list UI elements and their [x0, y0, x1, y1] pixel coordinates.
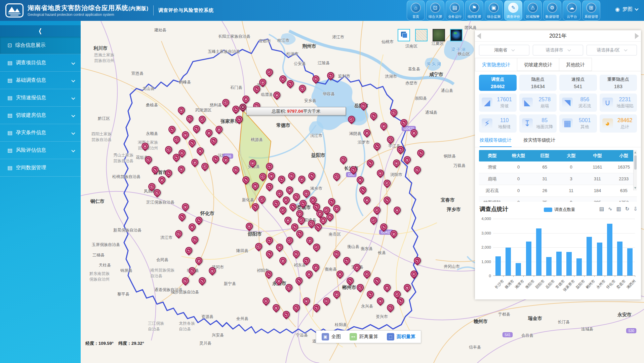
type-card-地面沉降[interactable]: ↧85地面沉降 — [519, 114, 557, 133]
type-card-地裂缝[interactable]: ⚡110地裂缝 — [479, 114, 517, 133]
type-card-其他[interactable]: ▦5001其他 — [559, 114, 597, 133]
hazard-glyph-icon: ⊂ — [200, 117, 205, 122]
nav-数据管理[interactable]: ⚙数据管理 — [543, 0, 561, 21]
hazard-glyph-icon: ∿ — [415, 258, 420, 263]
sidebar-item-基础调查信息[interactable]: ▤基础调查信息 — [0, 72, 81, 89]
tab-切坡建房统计[interactable]: 切坡建房统计 — [517, 58, 559, 71]
hazard-glyph-icon: ∿ — [300, 201, 306, 206]
summary-card-重要隐患点[interactable]: 重要隐患点183 — [600, 75, 637, 91]
globe-layer-button[interactable] — [450, 29, 462, 41]
map-tool-全图[interactable]: ▣全图 — [322, 333, 341, 340]
sidebar-item-综合信息展示[interactable]: ⊡综合信息展示 — [0, 37, 81, 54]
table-row[interactable]: 滑坡0650116116375 — [479, 161, 637, 173]
map-tool-距离量算[interactable]: ⊷距离量算 — [350, 333, 378, 340]
chart-bar[interactable] — [617, 242, 622, 276]
line-chart-icon[interactable]: ∿ — [608, 206, 612, 212]
table-cell: 1752 — [611, 197, 637, 202]
sidebar-item-空间数据管理[interactable]: ▤空间数据管理 — [0, 159, 81, 177]
fissure-icon: ⚡ — [482, 118, 492, 129]
username[interactable]: 梦图 — [622, 6, 633, 12]
subtab-按规模等级统计[interactable]: 按规模等级统计 — [480, 137, 512, 147]
chart-toolbar: ▤ ∿ ▥ ↻ ⇩ — [599, 206, 638, 212]
chart-bar[interactable] — [526, 242, 531, 276]
map-label: 长阳土家族自治县 — [218, 34, 250, 39]
nav-label: 指挥支撑 — [468, 14, 481, 19]
map-label: 江夏区 — [432, 41, 444, 46]
type-card-滑坡[interactable]: ◢17601滑坡 — [479, 94, 517, 112]
data-view-icon[interactable]: ▤ — [599, 206, 604, 212]
sidebar-item-风险评估信息[interactable]: ▤风险评估信息 — [0, 142, 81, 159]
nav-首页[interactable]: ⌂首页 — [407, 0, 425, 21]
county-select[interactable]: 请选择县/区 — [587, 45, 637, 56]
tab-灾害隐患统计[interactable]: 灾害隐患统计 — [475, 58, 517, 71]
nav-综合监测[interactable]: ▣综合监测 — [485, 0, 503, 21]
type-card-崩塌[interactable]: ◣2578崩塌 — [519, 94, 557, 112]
map-label: 南岳区 — [329, 231, 341, 237]
user-chevron-down-icon[interactable] — [635, 7, 638, 10]
nav-调查评价[interactable]: ✎调查评价 — [504, 0, 522, 21]
map-tool-面积量算[interactable]: ⬚面积量算 — [387, 333, 415, 340]
nav-区域预警[interactable]: ⚠区域预警 — [524, 0, 542, 21]
type-card-泥石流[interactable]: ◥856泥石流 — [559, 94, 597, 112]
type-card-地面塌陷[interactable]: ∪2231地面塌陷 — [600, 94, 637, 112]
map-label: 玉屏侗族自治县 — [92, 242, 120, 248]
hazard-glyph-icon: ∪ — [277, 245, 282, 250]
select-value: 湖南省 — [494, 47, 507, 53]
nav-指挥支撑[interactable]: ⚑指挥支撑 — [465, 0, 483, 21]
chart-bar[interactable] — [495, 256, 501, 276]
chart-bar[interactable] — [597, 243, 602, 276]
chart-bar[interactable] — [627, 248, 633, 276]
sidebar-item-切坡建房信息[interactable]: ▤切坡建房信息 — [0, 107, 81, 124]
chart-bar[interactable] — [546, 257, 552, 276]
summary-card-调查点[interactable]: 调查点28462 — [479, 75, 517, 91]
refresh-icon[interactable]: ↻ — [625, 206, 630, 212]
table-row[interactable]: 崩塌03133112233 — [479, 173, 637, 185]
sidebar-item-调查项目信息[interactable]: ▤调查项目信息 — [0, 54, 81, 72]
download-icon[interactable]: ⇩ — [633, 206, 638, 212]
type-card-总计[interactable]: ◕28462总计 — [600, 114, 637, 133]
debrisflow-icon: ◥ — [562, 98, 573, 108]
chart-legend[interactable]: 调查点数量 — [544, 207, 575, 213]
chart-bar[interactable] — [556, 252, 562, 276]
nav-云平台[interactable]: ☁云平台 — [563, 0, 581, 21]
roadmap-layer-button[interactable] — [415, 29, 428, 41]
next-year-button[interactable] — [635, 33, 639, 39]
hazard-glyph-icon: ∪ — [405, 157, 410, 162]
app-header: 湖南省地质灾害防治综合应用系统(内测版) Geological hazard p… — [0, 0, 644, 21]
tab-其他统计[interactable]: 其他统计 — [559, 58, 592, 71]
province-select[interactable]: 湖南省 — [479, 45, 529, 56]
table-scrollbar[interactable] — [633, 150, 637, 190]
subtab-按灾情等级统计[interactable]: 按灾情等级统计 — [524, 137, 556, 147]
nav-业务运行[interactable]: ▤业务运行 — [446, 0, 464, 21]
user-area[interactable]: ◉ 梦图 — [615, 6, 638, 12]
map-label: 龙胜各族自治县 — [179, 321, 195, 332]
chart-bar[interactable] — [607, 224, 612, 276]
table-row[interactable]: 泥石流02611184635 — [479, 185, 637, 197]
summary-card-速报点[interactable]: 速报点541 — [559, 75, 597, 91]
hazard-glyph-icon: ⊂ — [280, 76, 285, 81]
prev-year-button[interactable] — [477, 33, 481, 39]
chart-bar[interactable] — [506, 248, 511, 276]
bar-chart-icon[interactable]: ▥ — [616, 206, 621, 212]
city-select[interactable]: 请选择市 — [533, 45, 583, 56]
layers-button[interactable] — [398, 29, 410, 41]
chart-bar[interactable] — [566, 252, 572, 276]
satellite-layer-button[interactable] — [433, 29, 445, 41]
chart-bar[interactable] — [587, 237, 592, 276]
nav-系统管理[interactable]: ⊞系统管理 — [582, 0, 600, 21]
summary-card-隐患点[interactable]: 隐患点18434 — [519, 75, 557, 91]
sidebar-item-灾情速报信息[interactable]: ▤灾情速报信息 — [0, 89, 81, 107]
eye-icon[interactable]: ◉ — [615, 6, 620, 12]
chart-bar[interactable] — [516, 263, 521, 276]
sidebar-item-孕灾条件信息[interactable]: ▤孕灾条件信息 — [0, 124, 81, 142]
nav-综合大屏[interactable]: ⊡综合大屏 — [426, 0, 444, 21]
hazard-glyph-icon: ∪ — [364, 130, 369, 135]
table-row[interactable]: 地面塌陷07593951752 — [479, 197, 637, 202]
gridline — [493, 219, 635, 219]
area-icon: ⬚ — [387, 333, 394, 340]
map-label: 公安县 — [294, 61, 306, 67]
chart-bar[interactable] — [536, 228, 541, 276]
table-icon: ▤ — [7, 112, 12, 118]
chart-bar[interactable] — [576, 258, 582, 276]
sidebar-collapse-button[interactable]: ❮ — [0, 25, 81, 37]
